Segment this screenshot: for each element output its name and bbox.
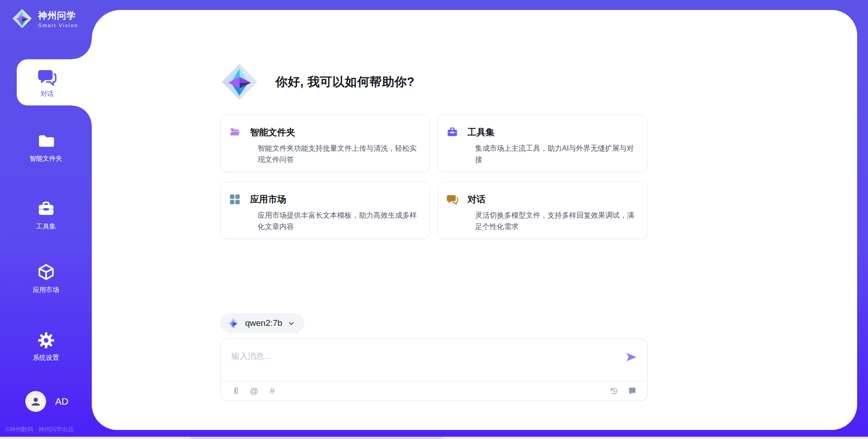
attachment-icon: [231, 387, 241, 396]
feature-cards: 智能文件夹 智能文件夹功能支持批量文件上传与清洗，轻松实现文件问答 工具集 集成…: [220, 115, 648, 239]
sidebar-item-label: 对话: [41, 90, 54, 98]
hashtag-icon: #: [270, 386, 275, 396]
history-button[interactable]: [609, 386, 619, 396]
mention-icon: @: [250, 386, 258, 396]
person-icon: [28, 394, 43, 409]
sidebar-item-app-market[interactable]: 应用市场: [0, 259, 92, 297]
model-name: qwen2:7b: [245, 318, 282, 328]
logo-diamond-icon: [227, 317, 240, 329]
gear-icon: [37, 331, 56, 350]
avatar: [25, 391, 46, 412]
brand-subtitle: Smart Vision: [38, 23, 78, 28]
mention-button[interactable]: @: [249, 386, 259, 396]
card-title: 智能文件夹: [250, 126, 295, 138]
main-content: 你好, 我可以如何帮助你? 智能文件夹 智能文件夹功能支持批量文件上传与清洗，轻…: [220, 0, 648, 401]
logo-diamond-icon: [220, 62, 259, 101]
card-description: 集成市场上主流工具，助力AI与外界无缝扩展与对接: [475, 143, 637, 166]
card-smart-folder[interactable]: 智能文件夹 智能文件夹功能支持批量文件上传与清洗，轻松实现文件问答: [220, 115, 430, 172]
composer-toolbar: @ #: [221, 381, 647, 401]
history-icon: [609, 387, 618, 396]
horizontal-scrollbar[interactable]: [0, 437, 868, 439]
sidebar-item-label: 应用市场: [33, 286, 59, 294]
card-app-market[interactable]: 应用市场 应用市场提供丰富长文本模板，助力高效生成多样化文章内容: [220, 182, 430, 239]
send-button[interactable]: [625, 351, 637, 363]
user-account[interactable]: AD: [25, 391, 68, 412]
card-description: 智能文件夹功能支持批量文件上传与清洗，轻松实现文件问答: [258, 143, 419, 166]
logo-diamond-icon: [12, 8, 33, 29]
chevron-down-icon: [288, 320, 295, 327]
sidebar-item-label: 系统设置: [33, 353, 59, 362]
folder-icon: [37, 132, 56, 151]
card-title: 对话: [467, 193, 486, 205]
card-description: 应用市场提供丰富长文本模板，助力高效生成多样化文章内容: [258, 210, 419, 233]
folder-icon: [229, 126, 241, 138]
comment-button[interactable]: [627, 386, 637, 396]
message-input[interactable]: [231, 347, 611, 365]
card-title: 工具集: [467, 126, 495, 138]
chat-icon: [37, 67, 57, 87]
tab-scoop-bottom: [72, 105, 92, 125]
model-selector[interactable]: qwen2:7b: [220, 313, 304, 333]
cube-icon: [37, 263, 56, 282]
greeting-block: 你好, 我可以如何帮助你?: [220, 62, 648, 101]
grid-icon: [229, 193, 241, 205]
toolbox-icon: [37, 200, 56, 219]
hashtag-button[interactable]: #: [267, 386, 278, 396]
greeting-title: 你好, 我可以如何帮助你?: [275, 74, 415, 90]
sidebar-item-label: 工具集: [36, 222, 56, 231]
send-icon: [625, 351, 637, 363]
brand-name: 神州问学: [38, 10, 78, 22]
sidebar-item-chat[interactable]: 对话: [17, 59, 94, 105]
sidebar-item-label: 智能文件夹: [29, 154, 62, 163]
comment-icon: [628, 387, 637, 395]
brand: 神州问学 Smart Vision: [12, 8, 78, 29]
card-toolset[interactable]: 工具集 集成市场上主流工具，助力AI与外界无缝扩展与对接: [438, 115, 648, 172]
card-title: 应用市场: [250, 193, 286, 205]
message-composer: @ #: [220, 339, 648, 401]
tab-scoop-top: [72, 39, 92, 59]
sidebar-footer: ©神州数码 · 神州问学出品: [5, 425, 91, 434]
toolbox-icon: [446, 126, 458, 138]
card-chat[interactable]: 对话 灵活切换多模型文件，支持多样回复效果调试，满足个性化需求: [438, 182, 648, 239]
user-initials: AD: [55, 396, 68, 407]
sidebar-item-smart-folder[interactable]: 智能文件夹: [0, 128, 92, 166]
sidebar-item-settings[interactable]: 系统设置: [0, 327, 92, 365]
scrollbar-thumb[interactable]: [190, 437, 443, 439]
card-description: 灵活切换多模型文件，支持多样回复效果调试，满足个性化需求: [475, 210, 637, 233]
attach-file-button[interactable]: [231, 386, 241, 396]
sidebar-item-toolset[interactable]: 工具集: [0, 196, 92, 234]
chat-icon: [446, 193, 458, 205]
